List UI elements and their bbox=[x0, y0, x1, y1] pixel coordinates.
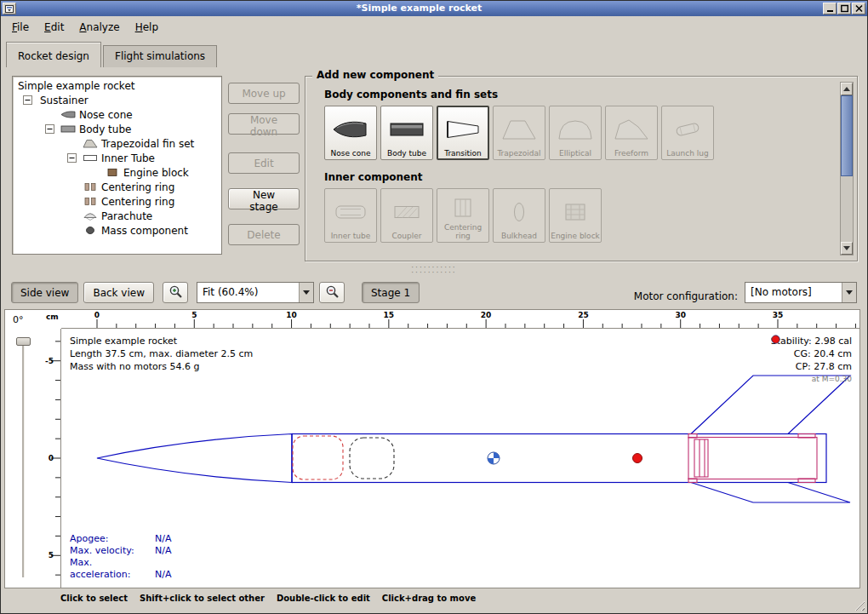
arrow-up-icon bbox=[843, 87, 850, 91]
fin-lower-shape[interactable] bbox=[691, 483, 850, 503]
add-nose-cone-button[interactable]: Nose cone bbox=[324, 106, 377, 160]
minimize-button[interactable] bbox=[823, 3, 837, 14]
component-tree[interactable]: Simple example rocketSustainerNose coneB… bbox=[12, 76, 222, 255]
parachute-shape[interactable] bbox=[293, 436, 343, 479]
body-tube-shape[interactable] bbox=[292, 434, 826, 483]
tree-item-parachute[interactable]: Parachute bbox=[13, 209, 221, 223]
mass-component-icon bbox=[83, 226, 100, 235]
tab-rocket-design[interactable]: Rocket design bbox=[6, 42, 101, 67]
title-bar[interactable]: *Simple example rocket bbox=[1, 1, 867, 16]
edit-actions: Move upMove downEditNew stageDelete bbox=[228, 67, 300, 265]
tree-item-simple-example-rocket[interactable]: Simple example rocket bbox=[13, 78, 221, 93]
zoom-in-button[interactable] bbox=[163, 282, 188, 303]
add-centering-ring-button[interactable]: Centering ring bbox=[437, 188, 489, 243]
scrollbar-track[interactable] bbox=[841, 95, 853, 242]
body-tube-icon bbox=[388, 109, 425, 150]
inner-tube-icon bbox=[83, 153, 100, 163]
add-inner-tube-button[interactable]: Inner tube bbox=[324, 188, 377, 243]
edit-button[interactable]: Edit bbox=[228, 152, 300, 174]
tree-item-inner-tube[interactable]: Inner Tube bbox=[13, 151, 221, 165]
zoom-in-icon bbox=[168, 284, 183, 301]
rotation-slider-track[interactable] bbox=[22, 346, 25, 577]
move-up-button[interactable]: Move up bbox=[228, 83, 300, 104]
engine-block-icon bbox=[105, 168, 122, 177]
rocket-canvas[interactable]: Simple example rocket Length 37.5 cm, ma… bbox=[61, 329, 859, 588]
dropdown-arrow-ic[interactable] bbox=[842, 283, 856, 302]
add-transition-button[interactable]: Transition bbox=[437, 106, 489, 160]
component-groups: Body components and fin setsNose coneBod… bbox=[306, 77, 857, 243]
trapezoidal-icon bbox=[83, 139, 100, 148]
delete-button[interactable]: Delete bbox=[228, 224, 300, 245]
scrollbar-thumb[interactable] bbox=[841, 95, 853, 176]
stability-info: Stability: 2.98 cal CG: 20.4 cm CP: 27.8… bbox=[771, 335, 852, 386]
freeform-icon bbox=[613, 109, 650, 150]
rotation-value: 0° bbox=[13, 314, 24, 325]
add-launch-lug-button[interactable]: Launch lug bbox=[661, 106, 714, 160]
stage-1-toggle[interactable]: Stage 1 bbox=[362, 282, 420, 303]
tree-item-centering-ring[interactable]: Centering ring bbox=[13, 194, 221, 209]
rotation-slider-handle[interactable] bbox=[16, 337, 31, 346]
menu-analyze[interactable]: Analyze bbox=[71, 18, 127, 37]
add-body-tube-button[interactable]: Body tube bbox=[380, 106, 433, 160]
menu-help[interactable]: Help bbox=[128, 18, 166, 37]
status-hint: Click to select bbox=[60, 594, 128, 603]
stability-value: Stability: 2.98 cal bbox=[771, 335, 852, 347]
nose-cone-icon bbox=[332, 109, 369, 150]
tree-item-mass-component[interactable]: Mass component bbox=[13, 223, 221, 238]
maximize-button[interactable] bbox=[837, 3, 851, 14]
menu-edit[interactable]: Edit bbox=[37, 18, 71, 37]
new-stage-button[interactable]: New stage bbox=[228, 188, 300, 209]
zoom-out-button[interactable] bbox=[319, 282, 345, 303]
tree-item-trapezoidal-fin-set[interactable]: Trapezoidal fin set bbox=[13, 136, 221, 151]
centering-ring-front-shape[interactable] bbox=[688, 434, 697, 483]
expander-icon[interactable] bbox=[38, 124, 60, 134]
centering-ring-aft-shape[interactable] bbox=[798, 434, 815, 483]
splitter-handle[interactable]: ······················ bbox=[1, 265, 867, 278]
scroll-down-button[interactable] bbox=[841, 242, 853, 255]
zoom-level-value: Fit (60.4%) bbox=[197, 283, 299, 302]
menu-file[interactable]: File bbox=[4, 18, 37, 37]
window-menu-icon[interactable] bbox=[3, 3, 16, 14]
mass-component-shape[interactable] bbox=[350, 438, 394, 479]
dropdown-arrow-icon[interactable] bbox=[299, 283, 313, 302]
scroll-up-button[interactable] bbox=[841, 83, 853, 95]
motor-configuration-label: Motor configuration: bbox=[634, 290, 738, 302]
side-view-button[interactable]: Side view bbox=[11, 282, 78, 303]
svg-text:25: 25 bbox=[578, 311, 589, 319]
add-freeform-button[interactable]: Freeform bbox=[605, 106, 658, 160]
add-elliptical-button[interactable]: Elliptical bbox=[549, 106, 602, 160]
add-coupler-button[interactable]: Coupler bbox=[380, 188, 433, 243]
add-engine-block-button[interactable]: Engine block bbox=[549, 188, 602, 243]
rocket-diagram: 0° cm 05101520253035 -505 bbox=[4, 309, 860, 588]
move-down-button[interactable]: Move down bbox=[228, 113, 300, 135]
menubar: FileEditAnalyzeHelp bbox=[1, 16, 867, 38]
expander-icon[interactable] bbox=[60, 153, 83, 163]
tree-item-sustainer[interactable]: Sustainer bbox=[13, 93, 221, 107]
tree-item-nose-cone[interactable]: Nose cone bbox=[13, 107, 221, 122]
add-trapezoidal-button[interactable]: Trapezoidal bbox=[493, 106, 545, 160]
svg-text:10: 10 bbox=[286, 311, 297, 319]
inner-tube-icon bbox=[332, 192, 369, 232]
launch-lug-icon bbox=[669, 109, 706, 150]
body-tube-icon bbox=[60, 124, 77, 134]
zoom-level-select[interactable]: Fit (60.4%) bbox=[197, 282, 314, 303]
add-bulkhead-button[interactable]: Bulkhead bbox=[493, 188, 545, 243]
component-scrollbar[interactable] bbox=[840, 82, 854, 255]
nose-cone-icon bbox=[60, 110, 77, 119]
tab-flight-simulations[interactable]: Flight simulations bbox=[103, 45, 217, 67]
expander-icon[interactable] bbox=[16, 95, 38, 105]
back-view-button[interactable]: Back view bbox=[83, 282, 154, 303]
rotation-control: 0° bbox=[5, 310, 43, 588]
engine-block-shape[interactable] bbox=[694, 439, 708, 477]
motor-configuration-select[interactable]: [No motors] bbox=[745, 282, 857, 303]
nose-cone-shape[interactable] bbox=[97, 434, 292, 483]
design-tab-panel: Simple example rocketSustainerNose coneB… bbox=[1, 67, 867, 265]
ruler-unit-label: cm bbox=[43, 310, 61, 329]
elliptical-icon bbox=[557, 109, 594, 150]
tree-item-centering-ring[interactable]: Centering ring bbox=[13, 180, 221, 194]
horizontal-ruler: 05101520253035 bbox=[61, 310, 859, 329]
tree-item-engine-block[interactable]: Engine block bbox=[13, 165, 221, 180]
app-window: *Simple example rocket FileEditAnalyzeHe… bbox=[0, 0, 868, 614]
close-button[interactable] bbox=[852, 3, 865, 14]
tree-item-body-tube[interactable]: Body tube bbox=[13, 122, 221, 136]
